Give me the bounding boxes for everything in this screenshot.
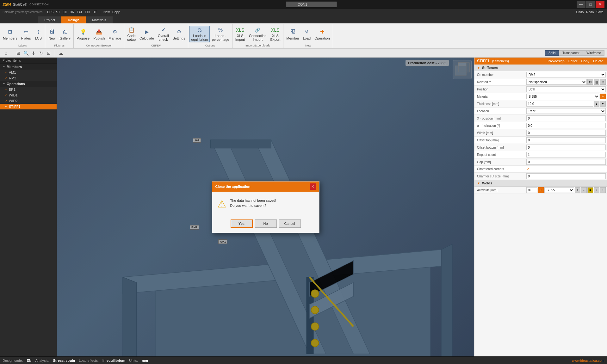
- save-button[interactable]: Save: [595, 10, 604, 14]
- view-mode-transparent[interactable]: Transparent: [559, 50, 583, 56]
- qa-ht[interactable]: HT: [92, 10, 98, 14]
- qa-copy[interactable]: Copy: [111, 10, 121, 14]
- weld-icon-btn3[interactable]: ■: [587, 187, 593, 193]
- operations-section-header[interactable]: ▼ Operations: [0, 81, 57, 87]
- view-mode-wireframe[interactable]: Wireframe: [583, 50, 604, 56]
- view-mode-solid[interactable]: Solid: [545, 50, 559, 56]
- dialog-yes-button[interactable]: Yes: [231, 219, 253, 228]
- position-dropdown[interactable]: Both: [526, 86, 606, 92]
- material-add-button[interactable]: +: [600, 94, 606, 99]
- qa-fir[interactable]: FIR: [84, 10, 91, 14]
- related-to-dropdown[interactable]: Not specified: [526, 79, 587, 85]
- ribbon-btn-connection-import[interactable]: 🔗 ConnectionImport: [247, 26, 268, 42]
- view-zoom-button[interactable]: ⊡: [45, 50, 52, 57]
- ribbon-btn-operation[interactable]: ✚ Operation: [313, 26, 331, 42]
- ribbon-btn-settings[interactable]: ⚙ Settings: [171, 26, 187, 42]
- thickness-dec-button[interactable]: ▼: [600, 101, 606, 107]
- qa-cd[interactable]: CD: [62, 10, 68, 14]
- ribbon-btn-manage[interactable]: ⚙ Manage: [107, 26, 123, 42]
- view-home-button[interactable]: ⌂: [3, 50, 9, 57]
- weld-icon-btn5[interactable]: ↑: [600, 187, 606, 193]
- ribbon-btn-loads-percentage[interactable]: % Loads -percentage: [210, 26, 231, 42]
- view-zoom-fit-button[interactable]: ⊞: [15, 50, 22, 57]
- offset-top-input[interactable]: [526, 137, 606, 143]
- qa-dr[interactable]: DR: [69, 10, 75, 14]
- view-extra-button[interactable]: ☁: [58, 50, 65, 57]
- tree-item-am1[interactable]: ✓ AM1: [0, 70, 57, 75]
- ribbon-btn-gallery[interactable]: 🗂 Gallery: [58, 26, 72, 42]
- chamfer-size-input[interactable]: [526, 173, 606, 179]
- undo-button[interactable]: Undo: [575, 10, 585, 14]
- qa-st[interactable]: ST: [55, 10, 61, 14]
- pre-design-button[interactable]: Pre-design: [547, 59, 566, 63]
- tree-item-wid1[interactable]: ✓ WID1: [0, 92, 57, 98]
- weld-icon-btn1[interactable]: ∧: [575, 187, 580, 193]
- search-input[interactable]: [286, 2, 337, 7]
- dialog-no-button[interactable]: No: [255, 219, 277, 228]
- maximize-button[interactable]: □: [586, 1, 595, 8]
- tree-item-ep1[interactable]: ✓ EP1: [0, 87, 57, 92]
- related-to-btn3[interactable]: ⊞: [600, 79, 606, 85]
- view-search-button[interactable]: 🔍: [22, 50, 29, 57]
- location-dropdown[interactable]: Rear: [526, 108, 606, 114]
- ribbon-btn-new-picture[interactable]: 🖼 New: [46, 26, 57, 42]
- ribbon-btn-plates[interactable]: ▭ Plates: [20, 26, 33, 42]
- dialog-close-button[interactable]: ✕: [310, 183, 316, 190]
- stiffeners-section-header[interactable]: ▼ Stiffeners: [474, 65, 607, 71]
- copy-button[interactable]: Copy: [580, 59, 591, 63]
- editor-button[interactable]: Editor: [567, 59, 579, 63]
- tree-item-wid2[interactable]: ✓ WID2: [0, 98, 57, 104]
- view-move-button[interactable]: ✛: [30, 50, 37, 57]
- width-input[interactable]: [526, 130, 606, 136]
- repeat-count-input[interactable]: [526, 152, 606, 157]
- offset-bottom-input[interactable]: [526, 145, 606, 150]
- weld-icon-btn2[interactable]: ⌐: [581, 187, 587, 193]
- ribbon-btn-calculate[interactable]: ▶ Calculate: [138, 26, 156, 42]
- ribbon-btn-publish[interactable]: 📤 Publish: [92, 26, 106, 42]
- chamfered-checkbox[interactable]: ✓: [526, 167, 530, 171]
- redo-button[interactable]: Redo: [585, 10, 595, 14]
- related-to-btn1[interactable]: ⊡: [587, 79, 593, 85]
- qa-eps[interactable]: EPS: [46, 10, 54, 14]
- related-to-btn2[interactable]: ▦: [594, 79, 599, 85]
- ribbon-btn-overall-check[interactable]: ✔ Overallcheck: [156, 26, 170, 42]
- ribbon-btn-lcs[interactable]: ⊹ LCS: [33, 26, 44, 42]
- on-member-dropdown[interactable]: RM2: [526, 72, 606, 77]
- welds-section-header[interactable]: ▼ Welds: [474, 180, 607, 187]
- qa-new[interactable]: New: [102, 10, 111, 14]
- all-welds-input[interactable]: [526, 187, 537, 193]
- viewport[interactable]: Production cost - 268 €: [57, 58, 474, 356]
- tab-project[interactable]: Project: [38, 16, 61, 23]
- view-refresh-button[interactable]: ↻: [38, 50, 45, 57]
- tree-item-rm2[interactable]: ✓ RM2: [0, 75, 57, 81]
- ribbon-btn-members[interactable]: ⊞ Members: [1, 26, 19, 42]
- x-position-input[interactable]: [526, 115, 606, 121]
- ribbon-btn-loads-equilibrium[interactable]: ⚖ Loads inequilibrium: [189, 26, 209, 42]
- material-dropdown[interactable]: S 355: [526, 94, 599, 99]
- tree-item-stiff1[interactable]: ✏ STIFF1: [0, 104, 57, 109]
- tab-materials[interactable]: Materials: [86, 16, 113, 23]
- all-welds-material-dropdown[interactable]: S 355: [544, 187, 574, 193]
- search-bar[interactable]: [286, 2, 337, 7]
- members-section-header[interactable]: ▼ Members: [0, 64, 57, 70]
- window-controls[interactable]: — □ ✕: [577, 1, 604, 8]
- dialog-cancel-button[interactable]: Cancel: [279, 219, 301, 228]
- ribbon-btn-load[interactable]: ↯ Load: [301, 26, 312, 42]
- minimize-button[interactable]: —: [577, 1, 585, 8]
- ribbon-btn-member[interactable]: 🏗 Member: [285, 26, 300, 42]
- inclination-input[interactable]: [526, 123, 606, 128]
- quick-access-buttons[interactable]: EPS ST CD DR FAT FIR HT | New Copy: [46, 10, 121, 14]
- thickness-inc-button[interactable]: ▲: [594, 101, 599, 107]
- ribbon-btn-code-setup[interactable]: 📋 Codesetup: [126, 26, 137, 42]
- close-button[interactable]: ✕: [596, 1, 604, 8]
- thickness-input[interactable]: [526, 101, 593, 107]
- qa-fat[interactable]: FAT: [76, 10, 84, 14]
- delete-button[interactable]: Delete: [592, 59, 604, 63]
- ribbon-btn-xls-import[interactable]: XLS XLSImport: [234, 26, 247, 42]
- gap-input[interactable]: [526, 159, 606, 165]
- ribbon-btn-xls-export[interactable]: XLS XLSExport: [269, 26, 282, 42]
- weld-icon-btn4[interactable]: ↓: [594, 187, 599, 193]
- tab-design[interactable]: Design: [61, 16, 86, 23]
- all-welds-add-button[interactable]: +: [538, 187, 544, 193]
- undo-redo-group[interactable]: Undo Redo Save: [575, 10, 604, 14]
